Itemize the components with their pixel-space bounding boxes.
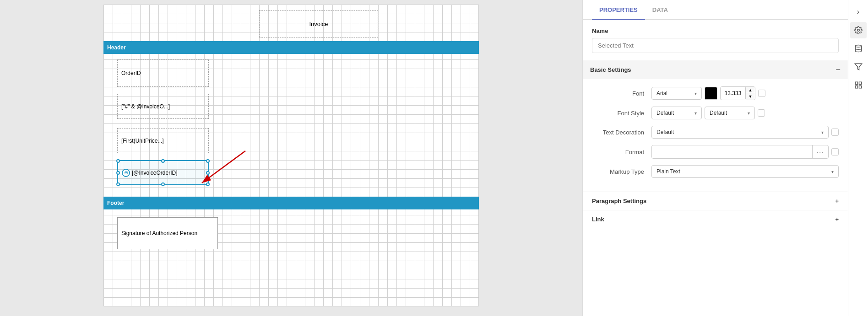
name-field-label: Name [592, 27, 839, 34]
right-panel: PROPERTIES DATA Name Basic Settings − Fo… [582, 0, 848, 316]
canvas-grid: Invoice Header OrderID ["#" & @InvoiceO.… [103, 5, 479, 306]
invoice-box[interactable]: Invoice [259, 10, 378, 37]
font-select[interactable]: Arial ▾ [651, 87, 702, 100]
basic-settings-header[interactable]: Basic Settings − [583, 60, 848, 79]
panel-content: Name Basic Settings − Font Arial ▾ 13.33… [583, 20, 848, 192]
sidebar-settings-icon[interactable] [850, 22, 867, 38]
text-decoration-row: Text Decoration Default ▾ [592, 126, 839, 139]
header-label: Header [107, 44, 126, 51]
format-row: Format ··· [592, 145, 839, 159]
paragraph-settings-section: Paragraph Settings + [583, 192, 848, 210]
tab-data[interactable]: DATA [645, 0, 675, 20]
footer-label: Footer [107, 200, 124, 206]
tab-properties[interactable]: PROPERTIES [592, 0, 645, 20]
svg-rect-5 [855, 82, 857, 84]
font-style-controls: Default ▾ Default ▾ [651, 107, 839, 119]
handle-mid-right[interactable] [206, 171, 210, 175]
font-style-checkbox[interactable] [758, 109, 765, 117]
markup-type-row: Markup Type Plain Text ▾ [592, 165, 839, 178]
orderid-text: OrderID [121, 70, 141, 76]
sidebar-database-icon[interactable] [850, 40, 867, 57]
font-label: Font [592, 90, 651, 97]
text-decoration-controls: Default ▾ [651, 126, 839, 139]
font-size-control: 13.333 ▲ ▼ [720, 86, 755, 100]
style1-chevron: ▾ [694, 111, 697, 116]
markup-type-select[interactable]: Plain Text ▾ [651, 165, 839, 178]
font-style-select2[interactable]: Default ▾ [705, 107, 755, 119]
link-header[interactable]: Link + [583, 210, 848, 228]
format-dots-button[interactable]: ··· [812, 145, 828, 158]
name-input[interactable] [592, 38, 839, 53]
font-style-row: Font Style Default ▾ Default ▾ [592, 107, 839, 119]
markup-type-controls: Plain Text ▾ [651, 165, 839, 178]
properties-panel: PROPERTIES DATA Name Basic Settings − Fo… [583, 0, 848, 316]
format-input-wrap: ··· [651, 145, 829, 159]
formula-box1[interactable]: ["#" & @InvoiceO...] [117, 94, 209, 119]
handle-mid-left[interactable] [116, 171, 120, 175]
font-style-value2: Default [710, 110, 727, 116]
font-size-value: 13.333 [721, 87, 746, 99]
canvas-area: Invoice Header OrderID ["#" & @InvoiceO.… [0, 0, 582, 316]
text-decoration-label: Text Decoration [592, 129, 651, 136]
font-size-arrows: ▲ ▼ [746, 87, 755, 100]
svg-rect-6 [859, 82, 861, 84]
sidebar-filter-icon[interactable] [850, 59, 867, 75]
handle-bot-right[interactable] [206, 182, 210, 186]
font-size-up[interactable]: ▲ [746, 87, 755, 93]
svg-point-2 [857, 29, 859, 32]
link-label: Link [592, 216, 604, 223]
paragraph-settings-header[interactable]: Paragraph Settings + [583, 192, 848, 210]
paragraph-expand-icon: + [835, 198, 839, 204]
invoice-label: Invoice [309, 21, 328, 27]
font-style-value1: Default [656, 110, 674, 116]
handle-top-left[interactable] [116, 159, 120, 163]
panel-tabs: PROPERTIES DATA [583, 0, 848, 20]
svg-marker-4 [855, 64, 862, 70]
markup-chevron: ▾ [831, 169, 834, 174]
footer-band: Footer [103, 197, 479, 209]
move-icon[interactable]: ⊕ [122, 169, 130, 177]
font-style-label: Font Style [592, 110, 651, 117]
signature-text: Signature of Authorized Person [121, 230, 197, 236]
deco-chevron: ▾ [821, 130, 824, 135]
handle-bot-center[interactable] [161, 182, 165, 186]
handle-bot-left[interactable] [116, 182, 120, 186]
paragraph-settings-label: Paragraph Settings [592, 198, 646, 204]
text-decoration-checkbox[interactable] [831, 129, 839, 136]
sidebar-layers-icon[interactable] [850, 77, 867, 93]
signature-box[interactable]: Signature of Authorized Person [117, 217, 218, 249]
svg-rect-8 [855, 86, 857, 88]
font-checkbox[interactable] [758, 90, 765, 97]
font-chevron: ▾ [694, 91, 697, 96]
svg-point-3 [855, 45, 862, 48]
formula-box2[interactable]: [First(UnitPrice...] [117, 128, 209, 153]
formula2-text: [First(UnitPrice...] [121, 138, 164, 144]
font-style-select1[interactable]: Default ▾ [651, 107, 702, 119]
format-checkbox[interactable] [831, 148, 839, 155]
link-expand-icon: + [835, 216, 839, 223]
format-controls: ··· [651, 145, 839, 159]
sidebar-icons: › [848, 0, 868, 316]
text-decoration-select[interactable]: Default ▾ [651, 126, 829, 139]
header-band: Header [103, 41, 479, 54]
format-label: Format [592, 149, 651, 155]
font-color-picker[interactable] [705, 87, 717, 100]
handle-top-center[interactable] [161, 159, 165, 163]
orderid-box[interactable]: OrderID [117, 59, 209, 87]
link-section: Link + [583, 210, 848, 228]
font-value: Arial [656, 90, 667, 96]
selected-label: [@InvoiceOrderID] [132, 170, 178, 176]
sidebar-chevron-right[interactable]: › [850, 4, 867, 20]
formula1-text: ["#" & @InvoiceO...] [121, 103, 170, 110]
basic-settings-label: Basic Settings [590, 66, 631, 73]
collapse-icon: − [835, 65, 841, 75]
font-size-down[interactable]: ▼ [746, 93, 755, 100]
style2-chevron: ▾ [748, 111, 750, 116]
handle-top-right[interactable] [206, 159, 210, 163]
selected-element[interactable]: ⊕ [@InvoiceOrderID] [117, 160, 209, 185]
svg-rect-7 [859, 86, 861, 88]
markup-type-label: Markup Type [592, 168, 651, 175]
format-input[interactable] [652, 146, 812, 158]
font-row: Font Arial ▾ 13.333 ▲ ▼ [592, 86, 839, 100]
markup-type-value: Plain Text [656, 168, 680, 175]
